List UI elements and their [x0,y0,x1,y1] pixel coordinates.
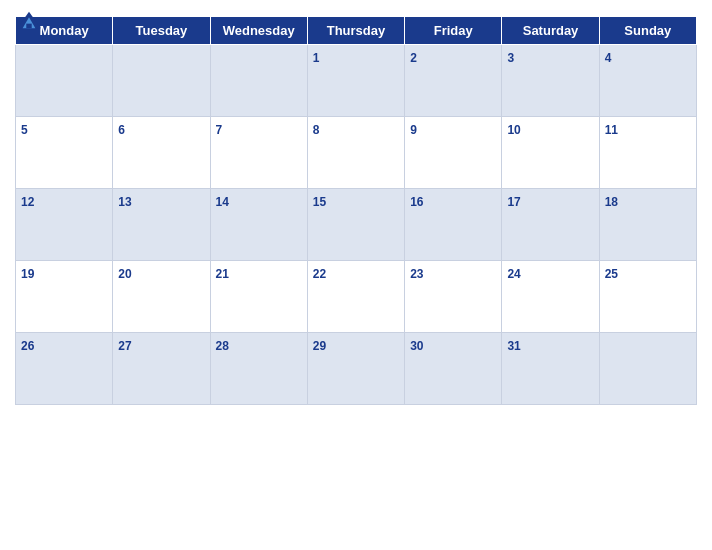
calendar-day-cell: 19 [16,261,113,333]
calendar-day-cell: 1 [307,45,404,117]
calendar-day-cell: 14 [210,189,307,261]
day-number: 3 [507,51,514,65]
calendar-day-cell: 15 [307,189,404,261]
day-number: 12 [21,195,34,209]
svg-rect-2 [26,24,31,29]
calendar-day-cell: 10 [502,117,599,189]
calendar-day-cell [113,45,210,117]
calendar-day-cell: 8 [307,117,404,189]
calendar-day-cell: 30 [405,333,502,405]
calendar-week-row: 262728293031 [16,333,697,405]
day-number: 16 [410,195,423,209]
calendar-day-cell: 20 [113,261,210,333]
day-number: 9 [410,123,417,137]
day-number: 27 [118,339,131,353]
weekday-header-sunday: Sunday [599,17,696,45]
day-number: 6 [118,123,125,137]
calendar-week-row: 12131415161718 [16,189,697,261]
weekday-header-saturday: Saturday [502,17,599,45]
calendar-week-row: 567891011 [16,117,697,189]
calendar-day-cell: 31 [502,333,599,405]
day-number: 7 [216,123,223,137]
day-number: 25 [605,267,618,281]
weekday-header-tuesday: Tuesday [113,17,210,45]
logo-area [15,10,46,30]
calendar-day-cell: 18 [599,189,696,261]
calendar-day-cell: 24 [502,261,599,333]
weekday-header-wednesday: Wednesday [210,17,307,45]
calendar-day-cell: 12 [16,189,113,261]
weekday-header-thursday: Thursday [307,17,404,45]
calendar-week-row: 1234 [16,45,697,117]
day-number: 13 [118,195,131,209]
day-number: 14 [216,195,229,209]
calendar-day-cell: 4 [599,45,696,117]
calendar-container: MondayTuesdayWednesdayThursdayFridaySatu… [0,0,712,550]
day-number: 10 [507,123,520,137]
day-number: 18 [605,195,618,209]
day-number: 19 [21,267,34,281]
day-number: 21 [216,267,229,281]
calendar-day-cell: 13 [113,189,210,261]
day-number: 2 [410,51,417,65]
day-number: 28 [216,339,229,353]
day-number: 31 [507,339,520,353]
calendar-day-cell: 9 [405,117,502,189]
calendar-day-cell: 11 [599,117,696,189]
calendar-day-cell: 23 [405,261,502,333]
weekday-header-row: MondayTuesdayWednesdayThursdayFridaySatu… [16,17,697,45]
calendar-day-cell: 29 [307,333,404,405]
calendar-day-cell: 2 [405,45,502,117]
calendar-week-row: 19202122232425 [16,261,697,333]
calendar-day-cell: 5 [16,117,113,189]
day-number: 24 [507,267,520,281]
day-number: 23 [410,267,423,281]
calendar-day-cell: 7 [210,117,307,189]
calendar-day-cell: 25 [599,261,696,333]
calendar-day-cell [16,45,113,117]
day-number: 15 [313,195,326,209]
calendar-day-cell: 27 [113,333,210,405]
calendar-day-cell: 17 [502,189,599,261]
day-number: 5 [21,123,28,137]
day-number: 22 [313,267,326,281]
calendar-day-cell: 3 [502,45,599,117]
day-number: 26 [21,339,34,353]
day-number: 11 [605,123,618,137]
day-number: 8 [313,123,320,137]
logo-icon [15,10,43,30]
calendar-day-cell: 28 [210,333,307,405]
calendar-day-cell: 6 [113,117,210,189]
day-number: 30 [410,339,423,353]
day-number: 4 [605,51,612,65]
calendar-day-cell: 26 [16,333,113,405]
calendar-day-cell: 22 [307,261,404,333]
day-number: 29 [313,339,326,353]
calendar-day-cell [599,333,696,405]
weekday-header-friday: Friday [405,17,502,45]
calendar-table: MondayTuesdayWednesdayThursdayFridaySatu… [15,16,697,405]
day-number: 20 [118,267,131,281]
day-number: 1 [313,51,320,65]
day-number: 17 [507,195,520,209]
calendar-day-cell: 21 [210,261,307,333]
calendar-day-cell [210,45,307,117]
calendar-day-cell: 16 [405,189,502,261]
